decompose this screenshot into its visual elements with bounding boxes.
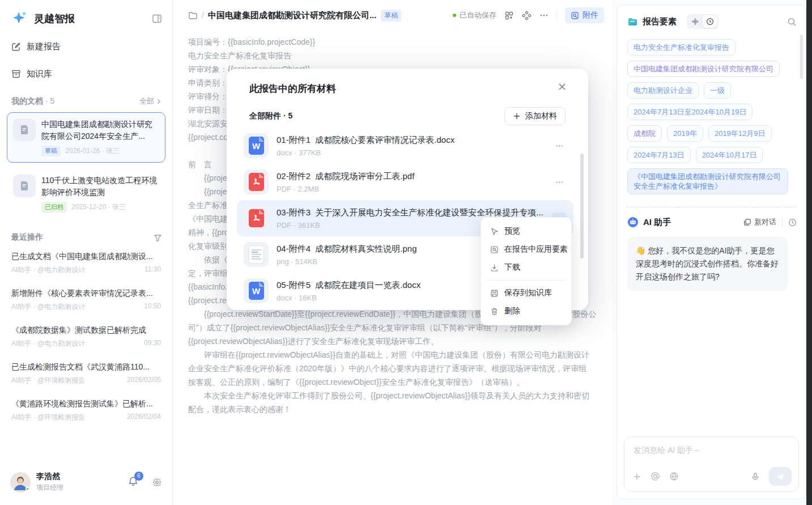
draft-status-badge: 草稿: [381, 10, 401, 22]
ai-actions: 新对话: [743, 217, 797, 227]
notifications-button[interactable]: 6: [128, 476, 138, 489]
recent-operation-title: 《成都院数据集》测试数据已解析完成: [11, 325, 161, 336]
recent-operation-item[interactable]: 已生成检测报告文档《武汉黄浦路110... AI助手 · @环境检测报告 202…: [0, 359, 172, 389]
folder-icon[interactable]: [188, 11, 198, 20]
recent-operation-title: 新增附件《核心要素表评审情况记录表...: [11, 288, 161, 299]
view-all-docs[interactable]: 全部: [139, 96, 162, 107]
app-logo-icon: [11, 10, 28, 27]
template-layout-icon[interactable]: [504, 11, 514, 20]
new-chat-button[interactable]: 新对话: [743, 217, 776, 227]
document-line: 配合，谨此表示衷心的感谢！: [188, 402, 605, 416]
trash-icon: [490, 307, 499, 316]
recent-title: 最近操作: [11, 232, 154, 243]
send-message-button[interactable]: [769, 467, 792, 486]
voice-input-icon[interactable]: [751, 472, 760, 481]
attachment-row[interactable]: 02-附件2 成都院现场评审分工表.pdf PDF · 2.2MB: [237, 164, 573, 200]
word-file-icon: W: [249, 282, 264, 300]
document-line: 评审组在{{project.reviewObjectAlias}}自查的基础上，…: [188, 348, 605, 362]
close-icon[interactable]: [558, 82, 567, 91]
add-attachment-icon[interactable]: [632, 472, 641, 481]
chat-history-button[interactable]: [788, 218, 797, 227]
user-role: 项目经理: [36, 483, 63, 493]
avatar[interactable]: [10, 472, 31, 493]
add-material-button[interactable]: 添加材料: [504, 107, 566, 125]
attachment-more-button[interactable]: [552, 140, 567, 151]
ai-greeting-message: 👋 您好，我不仅是您的AI助手，更是您深度思考时的沉浸式创作搭档。你准备好开启这…: [627, 237, 788, 291]
menu-item-preview[interactable]: 预览: [484, 222, 568, 240]
document-line: 项目编号：{{basicInfo.projectCode}}: [188, 35, 605, 49]
document-title: 110千伏上激变电站改造工程环境影响评价环境监测: [41, 175, 159, 198]
report-element-tag[interactable]: 2024年10月17日: [696, 147, 763, 163]
recent-operation-title: 《黄浦路环境检测报告测试集》已解析...: [11, 399, 161, 409]
report-element-tag[interactable]: 一级: [704, 82, 731, 99]
attachment-more-button[interactable]: [552, 176, 567, 188]
report-element-tag[interactable]: 2024年7月13日: [627, 147, 691, 163]
mention-icon[interactable]: [651, 472, 660, 481]
attachment-meta: docx · 377KB: [277, 148, 544, 157]
ai-assistant-title: AI 助手: [643, 217, 671, 228]
auto-extract-toggle[interactable]: [688, 15, 703, 28]
attachment-row[interactable]: W 01-附件1 成都院核心要素评审情况记录表.docx docx · 377K…: [237, 128, 573, 164]
chat-input-placeholder: 发消息给 AI 助手～: [634, 445, 701, 456]
more-actions-icon[interactable]: [539, 11, 549, 20]
file-type-icon: [244, 242, 269, 267]
send-plane-icon: [776, 472, 785, 481]
report-element-tag[interactable]: 2024年7月13日至2024年10月19日: [627, 104, 753, 120]
settings-gear-icon[interactable]: [152, 477, 162, 487]
report-element-tag[interactable]: 电力勘测设计企业: [627, 82, 699, 99]
sidebar: 灵越智报 新建报告 知识库 我的文档 · 5 全部: [0, 0, 173, 505]
document-meta: 2025-12-20 · 张三: [71, 202, 126, 212]
document-line: {{project.reviewObjectAlias}}进行了安全生产标准化复…: [188, 334, 605, 348]
download-icon: [490, 264, 499, 272]
search-icon[interactable]: [787, 17, 797, 27]
recent-operation-meta: AI助手 · @电力勘测设计: [11, 265, 144, 275]
app-name: 灵越智报: [34, 12, 152, 26]
recent-operation-time: 10:50: [144, 302, 161, 312]
editor-topbar: / 中国电建集团成都勘测设计研究院有限公司... 草稿 已自动保存: [173, 0, 612, 31]
recent-section-header: 最近操作: [0, 232, 172, 243]
document-line: 本次安全生产标准化评审工作得到了股份公司、{{project.reviewObj…: [188, 389, 605, 402]
history-toggle[interactable]: [703, 15, 717, 28]
document-line: 电力安全生产标准化复审报告: [188, 49, 605, 62]
tags-scrollbar[interactable]: [800, 35, 803, 79]
menu-item-save-to-knowledge-base[interactable]: 保存到知识库: [484, 284, 568, 302]
report-element-tag[interactable]: 2019年: [667, 125, 703, 142]
filter-icon[interactable]: [154, 234, 162, 242]
file-type-icon: [244, 169, 269, 194]
recent-operation-time: 2026/02/04: [127, 413, 161, 422]
recent-operation-item[interactable]: 《黄浦路环境检测报告测试集》已解析... AI助手 · @环境检测报告 2026…: [0, 396, 172, 426]
pinwheel-icon: [691, 18, 699, 26]
attachments-button[interactable]: 附件: [565, 7, 604, 23]
sidebar-item-new-report[interactable]: 新建报告: [0, 35, 172, 58]
report-element-tag[interactable]: 《中国电建集团成都勘测设计研究院有限公司安全生产标准化复审报告》: [627, 168, 788, 194]
report-elements-icon: [627, 16, 638, 27]
document-card[interactable]: 中国电建集团成都勘测设计研究院有限公司2024年安全生产... 草稿 2026-…: [7, 112, 165, 163]
my-docs-title: 我的文档 · 5: [11, 96, 139, 107]
sidebar-item-knowledge-base[interactable]: 知识库: [0, 62, 172, 85]
chat-input-box[interactable]: 发消息给 AI 助手～: [624, 436, 799, 492]
recent-operation-item[interactable]: 已生成文档《中国电建集团成都勘测设... AI助手 · @电力勘测设计 11:3…: [0, 248, 172, 278]
document-meta: 2026-01-26 · 张三: [65, 146, 120, 156]
attachment-name: 01-附件1 成都院核心要素评审情况记录表.docx: [277, 135, 544, 146]
document-title: 中国电建集团成都勘测设计研究院有限公司2024年安全生产...: [41, 118, 159, 142]
report-element-tags: 电力安全生产标准化复审报告中国电建集团成都勘测设计研究院有限公司电力勘测设计企业…: [617, 35, 797, 194]
web-search-icon[interactable]: [669, 472, 679, 481]
report-element-tag[interactable]: 电力安全生产标准化复审报告: [627, 39, 736, 56]
breadcrumb-document-title[interactable]: 中国电建集团成都勘测设计研究院有限公司...: [208, 10, 377, 21]
file-type-icon: W: [244, 133, 269, 158]
document-card[interactable]: 110千伏上激变电站改造工程环境影响评价环境监测 已归档 2025-12-20 …: [7, 168, 165, 219]
menu-item-download[interactable]: 下载: [484, 258, 568, 277]
recent-operation-item[interactable]: 新增附件《核心要素表评审情况记录表... AI助手 · @电力勘测设计 10:5…: [0, 285, 172, 315]
menu-item-apply-elements[interactable]: 在报告中应用要素: [484, 240, 568, 258]
report-element-tag[interactable]: 中国电建集团成都勘测设计研究院有限公司: [627, 61, 780, 77]
collapse-sidebar-icon[interactable]: [152, 14, 162, 24]
report-element-tag[interactable]: 2019年12月9日: [708, 125, 772, 142]
modal-scrollbar[interactable]: [580, 154, 584, 258]
recent-operation-item[interactable]: 《成都院数据集》测试数据已解析完成 AI助手 · @电力勘测设计 09:30: [0, 322, 172, 352]
recent-operation-time: 09:30: [144, 339, 161, 349]
report-element-tag[interactable]: 成都院: [627, 125, 662, 142]
menu-item-delete[interactable]: 删除: [484, 302, 568, 320]
elements-diamond-icon[interactable]: [522, 11, 532, 20]
online-status-dot: [25, 487, 31, 492]
nav-label: 知识库: [27, 69, 52, 79]
